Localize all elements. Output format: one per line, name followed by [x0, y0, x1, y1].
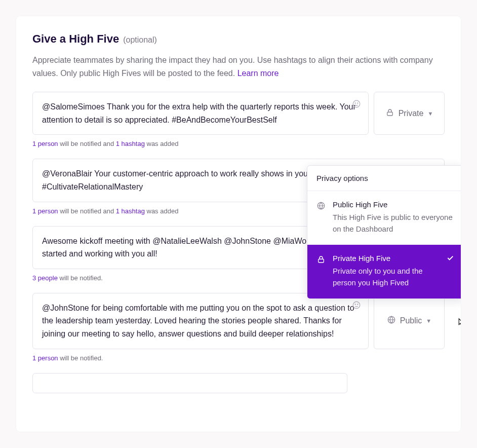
meta-people: 1 person	[32, 207, 58, 215]
meta-mid: will be notified and	[58, 207, 116, 215]
description-text: Appreciate teammates by sharing the impa…	[32, 56, 433, 78]
option-description: Private only to you and the person you H…	[333, 266, 439, 288]
option-body: Public High Five This High Five is publi…	[333, 200, 454, 235]
high-five-text: @JohnStone for being comfortable with me…	[42, 304, 354, 338]
globe-icon	[387, 315, 396, 326]
svg-point-1	[355, 103, 355, 103]
optional-label: (optional)	[123, 35, 157, 45]
high-five-textbox[interactable]: @JohnStone for being comfortable with me…	[32, 293, 369, 349]
privacy-option-private[interactable]: Private High Five Private only to you an…	[307, 245, 461, 298]
high-five-textbox[interactable]: @SalomeSimoes Thank you for the extra he…	[32, 92, 369, 135]
chevron-down-icon: ▼	[426, 318, 431, 324]
option-body: Private High Five Private only to you an…	[333, 254, 439, 288]
entry-meta: 1 person will be notified and 1 hashtag …	[32, 140, 445, 147]
meta-end: was added	[145, 140, 179, 147]
description: Appreciate teammates by sharing the impa…	[32, 54, 445, 80]
svg-point-4	[353, 302, 360, 309]
meta-end: will be notified.	[58, 354, 103, 362]
svg-point-6	[357, 304, 358, 305]
meta-end: will be notified.	[58, 274, 103, 282]
lock-icon	[385, 108, 394, 119]
meta-tags: 1 hashtag	[116, 207, 145, 215]
high-five-entry: @JohnStone for being comfortable with me…	[32, 293, 445, 349]
high-five-entry	[32, 373, 445, 393]
meta-people: 3 people	[32, 274, 58, 282]
privacy-selector[interactable]: Private ▼	[374, 92, 445, 135]
meta-end: was added	[145, 207, 179, 215]
high-five-entry: @SalomeSimoes Thank you for the extra he…	[32, 92, 445, 135]
privacy-label: Private	[399, 109, 424, 118]
page-title: Give a High Five	[32, 32, 119, 46]
high-five-textbox[interactable]	[32, 373, 347, 393]
option-description: This High Five is public to everyone on …	[333, 212, 454, 235]
svg-point-5	[355, 304, 355, 305]
emoji-picker-icon[interactable]	[352, 99, 361, 110]
entry-meta: 1 person will be notified.	[32, 354, 445, 362]
lock-icon	[316, 255, 326, 266]
emoji-picker-icon[interactable]	[352, 301, 361, 311]
checkmark-icon	[446, 254, 454, 264]
chevron-down-icon: ▼	[427, 110, 433, 117]
dropdown-header: Privacy options	[307, 166, 461, 191]
svg-point-0	[353, 100, 360, 107]
svg-rect-3	[387, 112, 392, 116]
meta-people: 1 person	[32, 354, 58, 362]
meta-mid: will be notified and	[58, 140, 116, 147]
meta-people: 1 person	[32, 140, 58, 147]
privacy-label: Public	[400, 316, 422, 325]
learn-more-link[interactable]: Learn more	[237, 69, 279, 78]
option-title: Private High Five	[333, 254, 439, 263]
svg-point-2	[357, 103, 358, 103]
option-title: Public High Five	[333, 200, 454, 209]
meta-tags: 1 hashtag	[116, 140, 145, 147]
svg-rect-9	[319, 259, 324, 263]
high-five-card: Give a High Five (optional) Appreciate t…	[16, 16, 461, 432]
title-row: Give a High Five (optional)	[32, 32, 445, 46]
high-five-text: @SalomeSimoes Thank you for the extra he…	[42, 102, 356, 124]
privacy-selector[interactable]: Public ▼	[374, 293, 445, 349]
privacy-option-public[interactable]: Public High Five This High Five is publi…	[307, 191, 461, 245]
privacy-dropdown: Privacy options Public High Five This Hi…	[307, 165, 461, 299]
globe-icon	[316, 201, 326, 212]
cursor-icon	[455, 317, 461, 330]
